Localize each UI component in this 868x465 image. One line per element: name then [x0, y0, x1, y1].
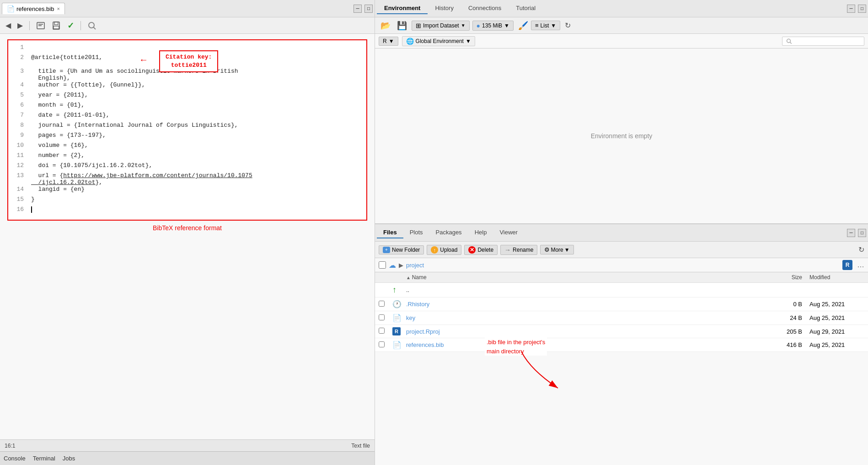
more-label: More [551, 247, 563, 253]
env-minimize-btn[interactable]: ─ [847, 5, 855, 13]
file-row-up[interactable]: ↑ .. [375, 283, 868, 297]
delete-icon: ✕ [468, 246, 476, 254]
upload-btn[interactable]: ↑ Upload [427, 245, 461, 255]
line-num-9: 9 [8, 132, 31, 139]
file-row-rhistory[interactable]: 🕐 .Rhistory 0 B Aug 25, 2021 [375, 297, 868, 311]
tab-close-btn[interactable]: × [57, 6, 59, 11]
checkbox-key[interactable] [379, 314, 385, 320]
console-tab[interactable]: Console [4, 453, 26, 464]
row-check-rhistory[interactable] [379, 301, 392, 308]
code-line-11: 11 number = {2}, [8, 152, 366, 162]
source-btn[interactable] [34, 20, 47, 31]
import-dropdown-arrow: ▼ [461, 23, 466, 28]
tab-environment[interactable]: Environment [377, 3, 428, 14]
back-btn[interactable]: ◀ [4, 20, 13, 31]
tab-history[interactable]: History [428, 3, 461, 14]
env-maximize-btn[interactable]: □ [858, 5, 866, 13]
global-environment-selector[interactable]: 🌐 Global Environment ▼ [402, 36, 475, 46]
line-num-1: 1 [8, 44, 31, 51]
svg-line-9 [790, 42, 792, 43]
line-content-7: date = {2011-01-01}, [31, 112, 366, 119]
breadcrumb-more-btn[interactable]: … [857, 261, 864, 269]
more-btn[interactable]: ⚙ More ▼ [540, 245, 573, 254]
key-link[interactable]: key [406, 314, 415, 321]
upload-icon: ↑ [431, 246, 438, 254]
tab-connections[interactable]: Connections [461, 3, 509, 14]
files-maximize-btn[interactable]: □ [858, 229, 866, 237]
code-container: 1 2 @article{tottie2011, ← Citation key:… [7, 39, 367, 221]
jobs-tab[interactable]: Jobs [63, 453, 75, 464]
row-check-bib[interactable] [379, 341, 392, 349]
line-content-10: volume = {16}, [31, 142, 366, 149]
env-empty-message: Environment is empty [375, 49, 868, 223]
rproj-r-icon: R [392, 327, 401, 335]
file-row-bib[interactable]: 📄 references.bib 416 B Aug 25, 2021 [375, 338, 868, 352]
env-refresh-btn[interactable]: ↻ [563, 20, 573, 31]
r-language-btn[interactable]: R ▼ [379, 37, 398, 46]
row-icon-up: ↑ [392, 285, 406, 295]
editor-content[interactable]: 1 2 @article{tottie2011, ← Citation key:… [0, 38, 375, 436]
new-folder-btn[interactable]: + New Folder [379, 245, 424, 254]
svg-rect-3 [53, 22, 59, 29]
editor-toolbar: ◀ ▶ ✓ [0, 17, 375, 34]
tab-files[interactable]: Files [377, 227, 403, 238]
bib-link[interactable]: references.bib [406, 341, 444, 348]
files-refresh-btn[interactable]: ↻ [858, 245, 864, 254]
svg-line-7 [94, 27, 96, 29]
code-line-13: 13 url = {https://www.jbe-platform.com/c… [8, 172, 366, 186]
breadcrumb-project[interactable]: project [406, 262, 424, 269]
search-btn[interactable] [86, 20, 98, 31]
env-toolbar: 📂 💾 ⊞ Import Dataset ▼ ● 135 MiB ▼ 🖌️ ≡ … [375, 17, 868, 34]
row-check-key[interactable] [379, 314, 392, 322]
env-save-btn[interactable]: 💾 [395, 20, 409, 32]
file-tab[interactable]: 📄 references.bib × [2, 3, 65, 14]
code-line-15: 15 } [8, 196, 366, 206]
empty-text: Environment is empty [591, 132, 653, 140]
rhistory-link[interactable]: .Rhistory [406, 301, 429, 308]
terminal-tab[interactable]: Terminal [33, 453, 55, 464]
file-row-rproj[interactable]: R project.Rproj 205 B Aug 29, 2021 [375, 325, 868, 338]
line-num-7: 7 [8, 112, 31, 119]
tab-viewer[interactable]: Viewer [493, 227, 524, 238]
checkbox-bib[interactable] [379, 341, 385, 347]
checkbox-rhistory[interactable] [379, 301, 385, 307]
code-line-5: 5 year = {2011}, [8, 92, 366, 102]
env-search-input[interactable] [794, 38, 860, 44]
forward-btn[interactable]: ▶ [16, 20, 25, 31]
checkbox-rproj[interactable] [379, 328, 385, 334]
tab-tutorial[interactable]: Tutorial [509, 3, 543, 14]
citation-key-label: Citation key: [166, 54, 212, 60]
line-content-8: journal = {International Journal of Corp… [31, 122, 366, 129]
code-line-16: 16 [8, 206, 366, 216]
save-btn[interactable] [50, 20, 63, 31]
row-modified-key: Aug 25, 2021 [809, 314, 864, 321]
row-icon-key: 📄 [392, 314, 406, 322]
files-minimize-btn[interactable]: ─ [847, 229, 855, 237]
env-search-box [782, 37, 864, 46]
tab-help[interactable]: Help [468, 227, 493, 238]
line-content-12: doi = {10.1075/ijcl.16.2.02tot}, [31, 162, 366, 169]
minimize-btn[interactable]: ─ [354, 5, 362, 13]
right-panel: Environment History Connections Tutorial… [375, 0, 868, 465]
rproj-link[interactable]: project.Rproj [406, 328, 440, 335]
line-content-16 [31, 206, 366, 213]
delete-btn[interactable]: ✕ Delete [464, 245, 498, 255]
row-icon-rhistory: 🕐 [392, 300, 406, 308]
left-window-controls: ─ □ [354, 5, 373, 13]
tab-plots[interactable]: Plots [403, 227, 429, 238]
svg-rect-5 [54, 26, 59, 29]
row-check-rproj[interactable] [379, 328, 392, 335]
code-line-2: 2 @article{tottie2011, ← Citation key: t… [8, 54, 366, 68]
file-row-key[interactable]: 📄 key 24 B Aug 25, 2021 [375, 311, 868, 325]
import-dataset-btn[interactable]: ⊞ Import Dataset ▼ [412, 21, 470, 31]
breadcrumb-checkbox[interactable] [379, 261, 386, 269]
rename-btn[interactable]: → Rename [500, 245, 537, 255]
check-btn[interactable]: ✓ [65, 20, 76, 32]
env-panel-tabs: Environment History Connections Tutorial… [375, 0, 868, 17]
list-view-btn[interactable]: ≡ List ▼ [531, 21, 560, 30]
header-name-col[interactable]: ▲ Name [406, 274, 773, 281]
env-open-btn[interactable]: 📂 [379, 20, 392, 32]
tab-packages[interactable]: Packages [429, 227, 468, 238]
search-icon [87, 21, 96, 30]
maximize-btn[interactable]: □ [364, 5, 373, 13]
